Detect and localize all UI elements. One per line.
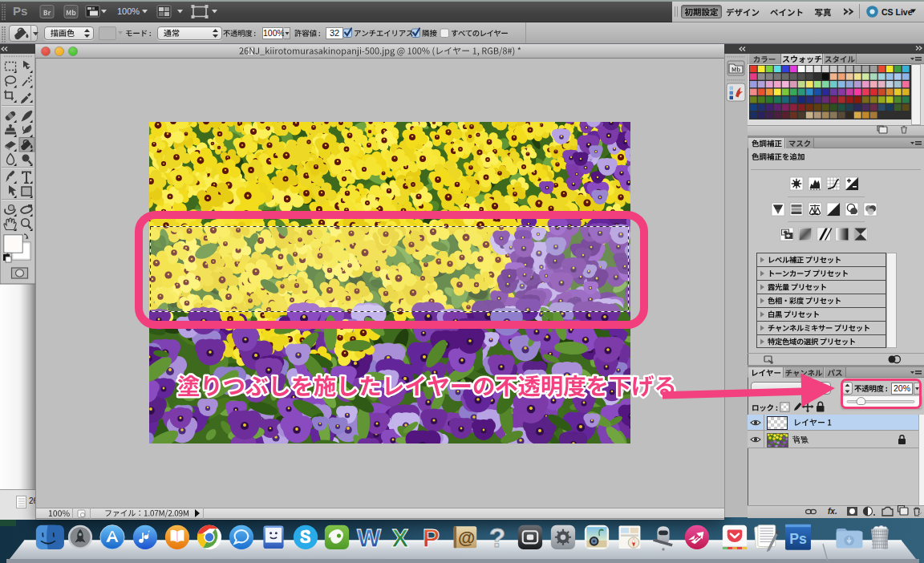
svg-text:X: X <box>391 524 408 553</box>
svg-text:P: P <box>423 524 440 553</box>
svg-text:@: @ <box>458 528 475 548</box>
svg-text:W: W <box>357 524 382 553</box>
svg-text:?: ? <box>489 523 506 553</box>
svg-text:Ps: Ps <box>789 531 807 547</box>
